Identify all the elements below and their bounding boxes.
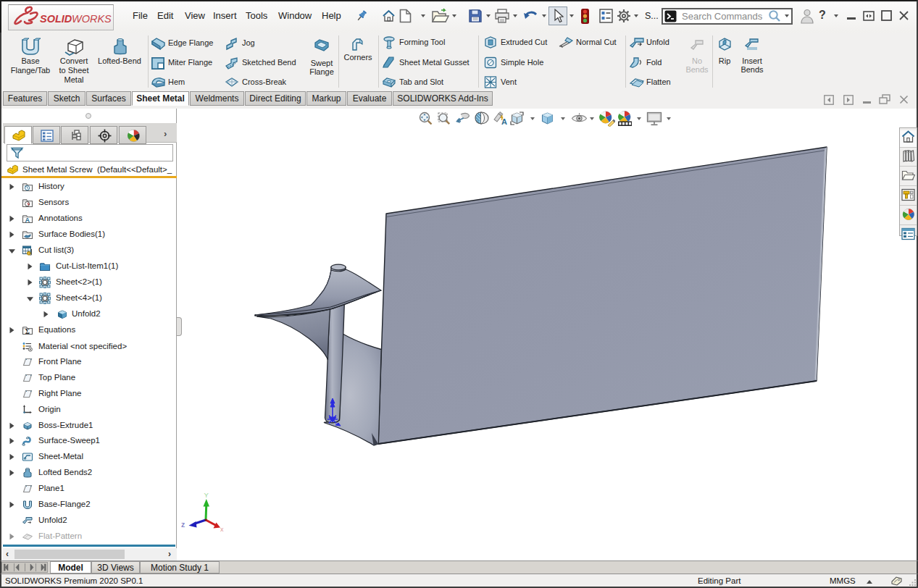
svg-text:WORKS: WORKS (72, 13, 112, 25)
svg-text:Σ: Σ (25, 328, 30, 335)
svg-text:Y: Y (204, 491, 209, 499)
svg-text:A: A (25, 217, 30, 224)
svg-text:z: z (181, 520, 185, 529)
svg-text:x: x (220, 526, 224, 533)
svg-text:SOLID: SOLID (40, 13, 72, 25)
